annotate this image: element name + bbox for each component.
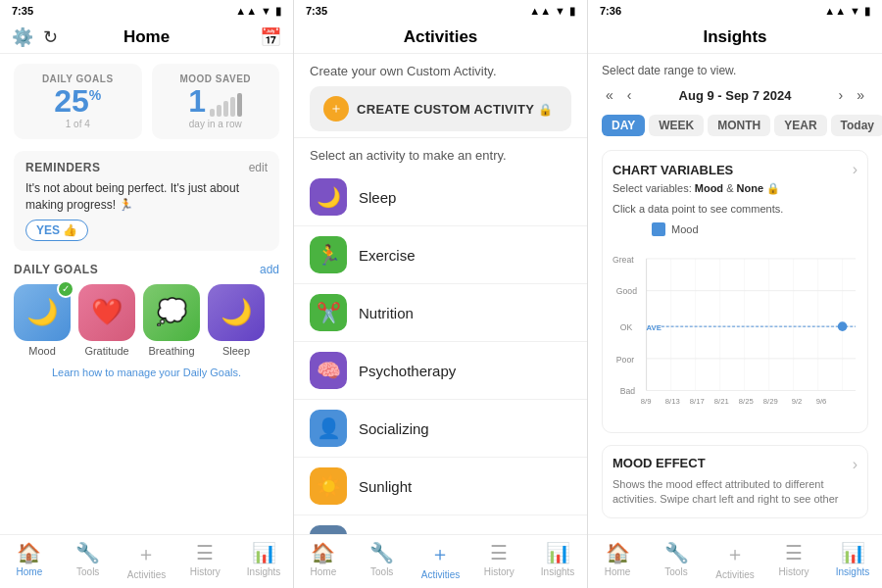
tab-week[interactable]: WEEK — [649, 115, 704, 136]
nav-tools-2[interactable]: 🔧 Tools — [353, 541, 412, 580]
yes-button[interactable]: YES 👍 — [25, 220, 88, 241]
nav-insights-2[interactable]: 📊 Insights — [528, 541, 587, 580]
signal-icon: ▼ — [261, 5, 271, 17]
status-time-activities: 7:35 — [306, 5, 327, 17]
nav-activities-3[interactable]: ＋ Activities — [706, 541, 764, 580]
nav-activities-2[interactable]: ＋ Activities — [412, 541, 470, 580]
insights-nav-icon: 📊 — [252, 541, 276, 564]
create-custom-desc: Create your own Custom Activity. — [310, 64, 571, 78]
reminders-edit[interactable]: edit — [249, 161, 268, 174]
date-prev-btn[interactable]: ‹ — [623, 85, 636, 105]
daily-goals-value: 25% — [24, 84, 132, 119]
header-right-icon: 📅 — [260, 26, 281, 48]
create-custom-label: CREATE CUSTOM ACTIVITY 🔒 — [357, 102, 553, 117]
tools-nav-icon-3: 🔧 — [664, 541, 689, 564]
home-content: DAILY GOALS 25% 1 of 4 MOOD SAVED 1 — [0, 54, 293, 534]
chart-click-note: Click a data point to see comments. — [612, 203, 858, 215]
svg-text:8/21: 8/21 — [714, 397, 729, 406]
exercise-icon-box: 🏃 — [310, 236, 347, 273]
reminders-section: REMINDERS edit It's not about being perf… — [14, 151, 279, 251]
date-next-btn[interactable]: › — [835, 85, 848, 105]
add-goals-link[interactable]: add — [260, 263, 279, 276]
status-icons-home: ▲▲ ▼ ▮ — [235, 5, 281, 18]
calendar-icon[interactable]: 📅 — [260, 26, 281, 48]
svg-text:8/13: 8/13 — [665, 397, 680, 406]
chart-expand-icon[interactable]: › — [853, 161, 858, 178]
create-custom-button[interactable]: ＋ CREATE CUSTOM ACTIVITY 🔒 — [310, 86, 571, 131]
nav-history-2[interactable]: ☰ History — [469, 541, 528, 580]
chart-subtitle: Select variables: Mood & None 🔒 — [612, 182, 858, 195]
activity-exercise[interactable]: 🏃 Exercise — [294, 226, 587, 284]
chart-section: CHART VARIABLES › Select variables: Mood… — [602, 150, 868, 433]
activities-title: Activities — [404, 27, 478, 47]
activity-nutrition[interactable]: ✂️ Nutrition — [294, 284, 587, 342]
date-first-btn[interactable]: « — [602, 85, 617, 105]
battery-icon: ▮ — [275, 5, 281, 18]
history-nav-label-2: History — [484, 566, 514, 577]
activity-work[interactable]: 🏢 Work — [294, 515, 587, 534]
stats-row: DAILY GOALS 25% 1 of 4 MOOD SAVED 1 — [14, 64, 279, 139]
daily-goals-section-header: DAILY GOALS add — [14, 263, 279, 276]
nav-activities[interactable]: ＋ Activities — [118, 541, 176, 580]
goals-grid: 🌙 ✓ Mood ❤️ Gratitude 💭 Breathing — [14, 284, 279, 357]
svg-text:Great: Great — [612, 255, 634, 265]
goal-sleep-label: Sleep — [222, 345, 250, 357]
mood-effect-expand-icon[interactable]: › — [853, 456, 858, 473]
mood-saved-value-wrap: 1 — [162, 84, 270, 119]
svg-text:8/9: 8/9 — [641, 397, 652, 406]
period-tabs: DAY WEEK MONTH YEAR Today — [602, 115, 868, 136]
activity-psychotherapy[interactable]: 🧠 Psychotherapy — [294, 342, 587, 400]
tools-nav-label-3: Tools — [664, 566, 687, 577]
goal-breathing[interactable]: 💭 Breathing — [143, 284, 200, 357]
activity-socializing[interactable]: 👤 Socializing — [294, 400, 587, 458]
tab-day[interactable]: DAY — [602, 115, 645, 136]
insights-nav-label: Insights — [247, 566, 280, 577]
header-left-icons: ⚙️ ↻ — [12, 26, 58, 48]
today-button[interactable]: Today — [831, 115, 882, 136]
daily-goals-section-title: DAILY GOALS — [14, 263, 98, 276]
nav-home[interactable]: 🏠 Home — [0, 541, 59, 580]
mood-saved-label: MOOD SAVED — [162, 74, 270, 84]
date-range-label: Select date range to view. — [602, 64, 868, 77]
tools-nav-icon: 🔧 — [75, 541, 100, 564]
nav-history-3[interactable]: ☰ History — [764, 541, 823, 580]
activities-panel: 7:35 ▲▲ ▼ ▮ Activities Create your own C… — [294, 0, 588, 588]
psychotherapy-icon-box: 🧠 — [310, 352, 347, 389]
activities-nav-label-2: Activities — [421, 569, 460, 580]
svg-text:8/25: 8/25 — [739, 397, 754, 406]
sunlight-icon-box: ☀️ — [310, 467, 347, 505]
plus-icon: ＋ — [323, 96, 349, 122]
tools-nav-label: Tools — [76, 566, 99, 577]
nav-insights-3[interactable]: 📊 Insights — [823, 541, 882, 580]
activities-content: Create your own Custom Activity. ＋ CREAT… — [294, 54, 587, 534]
refresh-icon[interactable]: ↻ — [43, 26, 58, 48]
nav-insights[interactable]: 📊 Insights — [234, 541, 293, 580]
nav-history[interactable]: ☰ History — [175, 541, 234, 580]
home-nav-label-3: Home — [605, 566, 631, 577]
status-time-insights: 7:36 — [600, 5, 621, 17]
status-bar-activities: 7:35 ▲▲ ▼ ▮ — [294, 0, 587, 22]
tab-month[interactable]: MONTH — [708, 115, 770, 136]
nav-home-2[interactable]: 🏠 Home — [294, 541, 353, 580]
history-nav-icon: ☰ — [196, 541, 214, 564]
tab-year[interactable]: YEAR — [774, 115, 826, 136]
checkmark-badge: ✓ — [57, 280, 74, 298]
nav-tools[interactable]: 🔧 Tools — [59, 541, 118, 580]
activity-sleep[interactable]: 🌙 Sleep — [294, 169, 587, 226]
wifi-icon-2: ▲▲ — [529, 5, 551, 17]
activities-nav-icon-2: ＋ — [430, 541, 450, 567]
nav-home-3[interactable]: 🏠 Home — [588, 541, 647, 580]
reminders-header: REMINDERS edit — [25, 161, 268, 174]
goal-sleep[interactable]: 🌙 Sleep — [208, 284, 265, 357]
status-time-home: 7:35 — [12, 5, 33, 17]
date-last-btn[interactable]: » — [853, 85, 868, 105]
goal-breathing-icon: 💭 — [143, 284, 200, 341]
nav-tools-3[interactable]: 🔧 Tools — [647, 541, 706, 580]
learn-link[interactable]: Learn how to manage your Daily Goals. — [14, 367, 279, 378]
settings-icon[interactable]: ⚙️ — [12, 26, 33, 48]
activity-sunlight[interactable]: ☀️ Sunlight — [294, 458, 587, 515]
mini-bar-chart — [210, 91, 242, 119]
battery-icon-2: ▮ — [569, 5, 575, 18]
goal-mood[interactable]: 🌙 ✓ Mood — [14, 284, 71, 357]
goal-gratitude[interactable]: ❤️ Gratitude — [78, 284, 135, 357]
